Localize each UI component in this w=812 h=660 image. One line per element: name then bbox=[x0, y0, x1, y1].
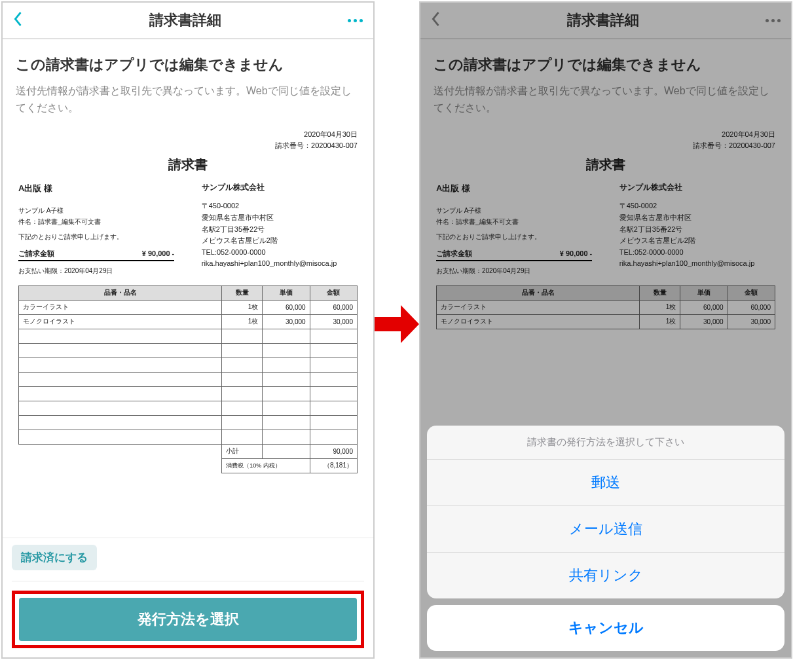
footer-bar: 請求済にする 発行方法を選択 bbox=[3, 538, 373, 657]
table-row bbox=[19, 329, 358, 343]
sheet-cancel-button[interactable]: キャンセル bbox=[427, 605, 784, 651]
items-table: 品番・品名 数量 単価 金額 カラーイラスト1枚60,00060,000モノクロ… bbox=[18, 285, 358, 473]
table-row: モノクロイラスト1枚30,00030,000 bbox=[19, 314, 358, 329]
screen-after: 請求書詳細 この請求書はアプリでは編集できません 送付先情報が請求書と取引先で異… bbox=[419, 1, 792, 659]
table-row bbox=[19, 401, 358, 415]
table-row: カラーイラスト1枚60,00060,000 bbox=[19, 300, 358, 314]
table-row bbox=[19, 372, 358, 386]
action-sheet: 請求書の発行方法を選択して下さい 郵送 メール送信 共有リンク キャンセル bbox=[427, 426, 784, 651]
warning-title: この請求書はアプリでは編集できません bbox=[16, 55, 360, 75]
invoice-title: 請求書 bbox=[18, 156, 358, 174]
due-date: お支払い期限：2020年04月29日 bbox=[18, 265, 174, 276]
screen-before: 請求書詳細 この請求書はアプリでは編集できません 送付先情報が請求書と取引先で異… bbox=[1, 1, 375, 659]
page-title: 請求書詳細 bbox=[149, 10, 221, 30]
table-row bbox=[19, 430, 358, 444]
table-row bbox=[19, 386, 358, 401]
total-amount-row: ご請求金額 ¥ 90,000 - bbox=[18, 248, 174, 261]
tax-row: 消費税（10% 内税） （8,181） bbox=[19, 458, 358, 473]
select-issue-method-button[interactable]: 発行方法を選択 bbox=[19, 598, 357, 641]
sheet-title: 請求書の発行方法を選択して下さい bbox=[427, 426, 784, 460]
invoice-meta: 2020年04月30日 請求番号：20200430-007 bbox=[18, 129, 358, 151]
table-row bbox=[19, 358, 358, 372]
option-email[interactable]: メール送信 bbox=[427, 506, 784, 553]
more-button[interactable] bbox=[348, 19, 363, 22]
arrow-icon bbox=[373, 288, 420, 360]
warning-text: 送付先情報が請求書と取引先で異なっています。Webで同じ値を設定してください。 bbox=[16, 82, 360, 116]
primary-cta-highlight: 発行方法を選択 bbox=[12, 591, 364, 648]
mark-invoiced-button[interactable]: 請求済にする bbox=[12, 545, 97, 570]
col-name: 品番・品名 bbox=[19, 285, 222, 300]
col-qty: 数量 bbox=[222, 285, 263, 300]
client-name: A出版 様 bbox=[18, 181, 174, 196]
warning-block: この請求書はアプリでは編集できません 送付先情報が請求書と取引先で異なっています… bbox=[3, 39, 373, 129]
invoice-date: 2020年04月30日 bbox=[18, 129, 358, 140]
items-body: カラーイラスト1枚60,00060,000モノクロイラスト1枚30,00030,… bbox=[19, 300, 358, 444]
invoice-preview: 2020年04月30日 請求番号：20200430-007 請求書 A出版 様 … bbox=[18, 129, 358, 473]
postal: 〒450-0002 bbox=[202, 200, 358, 212]
supplier-name: サンプル株式会社 bbox=[202, 181, 358, 194]
subject: 件名：請求書_編集不可文書 bbox=[18, 216, 174, 227]
col-amt: 金額 bbox=[310, 285, 357, 300]
option-share-link[interactable]: 共有リンク bbox=[427, 553, 784, 598]
addr1: 愛知県名古屋市中村区 bbox=[202, 212, 358, 224]
invoice-number: 請求番号：20200430-007 bbox=[18, 140, 358, 151]
table-row bbox=[19, 415, 358, 430]
table-row bbox=[19, 343, 358, 358]
header-bar: 請求書詳細 bbox=[3, 3, 373, 39]
back-button[interactable] bbox=[13, 11, 22, 29]
intro-text: 下記のとおりご請求申し上げます。 bbox=[18, 231, 174, 242]
tel: TEL:052-0000-0000 bbox=[202, 247, 358, 259]
addr2: 名駅2丁目35番22号 bbox=[202, 224, 358, 236]
contact-name: サンプル A子様 bbox=[18, 205, 174, 216]
chevron-left-icon bbox=[14, 11, 22, 27]
col-unit: 単価 bbox=[263, 285, 310, 300]
addr3: メビウス名古屋ビル2階 bbox=[202, 235, 358, 247]
subtotal-row: 小計 90,000 bbox=[19, 444, 358, 458]
email: rika.hayashi+plan100_monthly@misoca.jp bbox=[202, 258, 358, 270]
option-mail[interactable]: 郵送 bbox=[427, 460, 784, 506]
